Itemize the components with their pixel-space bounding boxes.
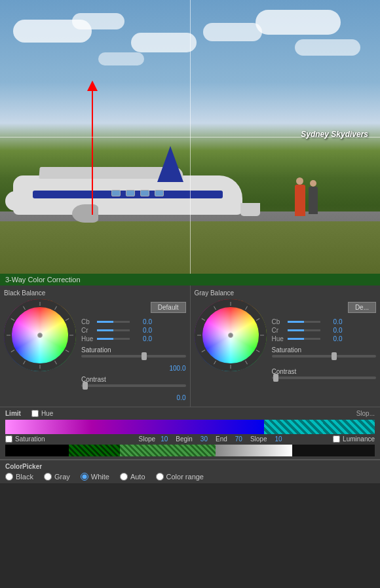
luminance-checkbox-label[interactable]: Luminance — [333, 435, 375, 443]
hue-bar — [97, 338, 130, 340]
gray-cr-bar — [288, 329, 320, 331]
slope2-val: 10 — [275, 435, 282, 443]
begin-val: 30 — [200, 435, 208, 443]
radio-auto-label[interactable]: Auto — [120, 473, 145, 481]
svg-line-5 — [55, 361, 57, 364]
cb-value: 0.0 — [132, 318, 152, 325]
black-balance-label: Black Balance — [4, 289, 186, 297]
limit-label: Limit — [5, 410, 21, 417]
radio-auto-text: Auto — [130, 473, 145, 481]
panel-title: 3-Way Color Correction — [5, 276, 81, 284]
svg-line-11 — [24, 306, 26, 310]
gray-hue-label: Hue — [272, 335, 285, 342]
svg-line-14 — [256, 319, 259, 321]
contrast-label-gray: Contrast — [272, 368, 377, 375]
saturation-checkbox-label[interactable]: Saturation — [5, 435, 45, 443]
cr-bar — [97, 329, 130, 331]
svg-line-16 — [256, 350, 259, 352]
cr-label: Cr — [81, 327, 94, 334]
begin-label: Begin — [176, 435, 193, 443]
radio-white[interactable] — [81, 473, 88, 481]
cb-bar — [97, 321, 130, 323]
hue-value: 0.0 — [132, 335, 152, 342]
radio-colorrange[interactable] — [156, 473, 164, 481]
luminance-checkbox-text: Luminance — [343, 435, 375, 443]
gradient-bar[interactable] — [5, 420, 375, 434]
radio-gray[interactable] — [44, 473, 52, 481]
svg-line-17 — [245, 361, 247, 364]
gray-cb-value: 0.0 — [323, 318, 343, 325]
multi-segment-bar[interactable] — [5, 445, 375, 456]
gray-cr-label: Cr — [272, 327, 285, 334]
saturation-slider-black[interactable] — [81, 355, 186, 358]
gray-balance-label: Gray Balance — [195, 289, 377, 297]
slope2-label: Slope — [250, 435, 267, 443]
svg-line-2 — [66, 319, 69, 321]
slope-right-label: Slop... — [356, 410, 375, 417]
svg-line-8 — [11, 350, 14, 352]
contrast-slider-gray[interactable] — [272, 377, 377, 379]
title-bar: 3-Way Color Correction — [0, 274, 380, 285]
colorpicker-label: ColorPicker — [5, 463, 375, 470]
svg-line-13 — [245, 306, 247, 310]
svg-line-1 — [55, 306, 57, 310]
gray-cr-value: 0.0 — [323, 327, 343, 334]
gray-cb-label: Cb — [272, 318, 285, 325]
slope-row: Saturation Slope 10 Begin 30 End 70 Slop… — [5, 435, 375, 443]
color-panel: Black Balance — [0, 285, 380, 407]
end-val: 70 — [235, 435, 242, 443]
saturation-label-gray: Saturation — [272, 346, 377, 354]
radio-white-text: White — [91, 473, 109, 481]
slope-label: Slope — [139, 435, 156, 443]
svg-line-10 — [11, 319, 14, 321]
radio-white-label[interactable]: White — [81, 473, 109, 481]
contrast-label-black: Contrast — [81, 376, 186, 383]
hue-checkbox[interactable] — [31, 410, 39, 417]
saturation-checkbox-text: Saturation — [15, 435, 45, 443]
svg-line-7 — [24, 361, 26, 364]
cr-value: 0.0 — [132, 327, 152, 334]
video-preview: Sydney Skydivers — [0, 0, 380, 274]
gray-balance-section: Gray Balance — [191, 285, 381, 407]
radio-black-text: Black — [16, 473, 33, 481]
hue-checkbox-text: Hue — [41, 410, 53, 417]
gray-cb-bar — [288, 321, 320, 323]
radio-auto[interactable] — [120, 473, 128, 481]
svg-line-22 — [201, 319, 204, 321]
end-label: End — [216, 435, 227, 443]
radio-colorrange-text: Color range — [166, 473, 204, 481]
saturation-slider-gray[interactable] — [272, 355, 377, 358]
radio-black[interactable] — [5, 473, 13, 481]
contrast-slider-black[interactable] — [81, 384, 186, 387]
black-balance-wheel[interactable] — [4, 299, 76, 371]
svg-line-4 — [66, 350, 69, 352]
saturation-label-black: Saturation — [81, 346, 186, 354]
radio-gray-text: Gray — [54, 473, 70, 481]
slope-val: 10 — [161, 435, 168, 443]
svg-line-23 — [214, 306, 216, 310]
gray-balance-wheel[interactable] — [195, 299, 267, 371]
hue-label: Hue — [81, 335, 94, 342]
gray-balance-default-btn[interactable]: De... — [348, 302, 376, 313]
hue-checkbox-label[interactable]: Hue — [31, 410, 53, 417]
luminance-checkbox[interactable] — [333, 435, 340, 443]
black-balance-section: Black Balance — [0, 285, 191, 407]
gray-hue-bar — [288, 338, 320, 340]
radio-colorrange-label[interactable]: Color range — [156, 473, 204, 481]
saturation-value-black: 100.0 — [81, 365, 186, 372]
radio-group: Black Gray White Auto Color range — [5, 473, 375, 481]
radio-gray-label[interactable]: Gray — [44, 473, 70, 481]
radio-black-label[interactable]: Black — [5, 473, 33, 481]
crosshair-vertical — [190, 0, 191, 274]
saturation-checkbox[interactable] — [5, 435, 12, 443]
svg-line-20 — [201, 350, 204, 352]
contrast-value-black: 0.0 — [81, 394, 186, 401]
gray-hue-value: 0.0 — [323, 335, 343, 342]
limit-section: Limit Hue Slop... Saturation Slope 10 Be… — [0, 407, 380, 460]
black-balance-default-btn[interactable]: Default — [151, 302, 186, 313]
cb-label: Cb — [81, 318, 94, 325]
colorpicker-section: ColorPicker Black Gray White Auto Color … — [0, 460, 380, 483]
red-arrow — [92, 87, 93, 215]
svg-line-19 — [214, 361, 216, 364]
